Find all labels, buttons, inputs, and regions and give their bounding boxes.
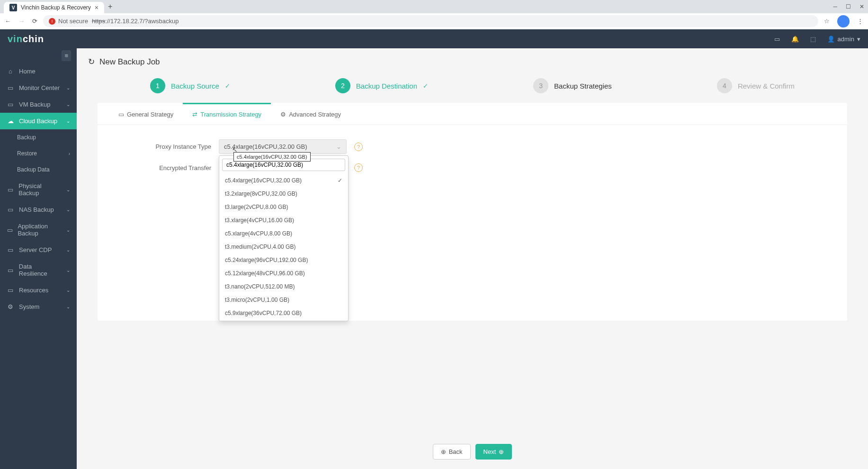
- proxy-type-select[interactable]: c5.4xlarge(16vCPU,32.00 GB) ⌄ c5.4xlarge…: [219, 139, 347, 154]
- screen-icon[interactable]: ⬚: [810, 36, 816, 43]
- info-icon[interactable]: ?: [354, 143, 363, 151]
- chevron-down-icon: ⌄: [66, 207, 70, 212]
- close-tab-icon[interactable]: ×: [95, 4, 98, 11]
- dropdown-option[interactable]: t3.xlarge(4vCPU,16.00 GB): [219, 214, 348, 227]
- tab-transmission[interactable]: ⇄Transmission Strategy: [183, 103, 271, 125]
- sidebar-item-system[interactable]: ⚙System⌄: [0, 298, 77, 315]
- next-arrow-icon: ⊕: [499, 448, 504, 455]
- dropdown-list[interactable]: c5.4xlarge(16vCPU,32.00 GB)✓ t3.2xlarge(…: [219, 174, 348, 321]
- chevron-down-icon: ⌄: [66, 187, 70, 192]
- user-menu[interactable]: 👤 admin ▾: [827, 36, 860, 43]
- new-tab-button[interactable]: +: [108, 2, 112, 11]
- resources-icon: ▭: [7, 287, 14, 294]
- strategy-tabs: ▭General Strategy ⇄Transmission Strategy…: [98, 103, 847, 125]
- dropdown-option[interactable]: c5.large(2vCPU,4.00 GB): [219, 320, 348, 321]
- tab-favicon: V: [9, 4, 17, 11]
- sidebar-item-cloud[interactable]: ☁Cloud Backup⌄: [0, 113, 77, 129]
- step-strategies[interactable]: 3 Backup Strategies: [533, 78, 612, 93]
- sidebar-item-monitor[interactable]: ▭Monitor Center⌄: [0, 80, 77, 96]
- step-review[interactable]: 4 Review & Confirm: [717, 78, 795, 93]
- tab-general[interactable]: ▭General Strategy: [109, 103, 183, 125]
- dropdown-option[interactable]: c5.12xlarge(48vCPU,96.00 GB): [219, 267, 348, 280]
- dropdown-option[interactable]: c5.24xlarge(96vCPU,192.00 GB): [219, 253, 348, 267]
- sidebar-label: Restore: [17, 150, 37, 157]
- sidebar-label: Backup Data: [17, 166, 50, 173]
- menu-icon[interactable]: ⋮: [857, 18, 863, 25]
- dropdown-option[interactable]: t3.nano(2vCPU,512.00 MB): [219, 280, 348, 293]
- check-icon: ✓: [423, 82, 428, 90]
- gear-icon: ⚙: [7, 303, 14, 310]
- star-icon[interactable]: ☆: [824, 18, 830, 25]
- forward-icon[interactable]: →: [18, 18, 25, 25]
- cdp-icon: ▭: [7, 246, 14, 253]
- dropdown-option[interactable]: t3.medium(2vCPU,4.00 GB): [219, 240, 348, 253]
- monitor-icon: ▭: [7, 84, 14, 91]
- chevron-down-icon: ⌄: [66, 247, 70, 253]
- server-icon: ▭: [7, 186, 14, 193]
- sidebar-label: Resources: [19, 287, 48, 294]
- sidebar-label: System: [19, 303, 39, 310]
- sidebar-item-app[interactable]: ▭Application Backup⌄: [0, 218, 77, 242]
- sidebar-toggle[interactable]: ≡: [62, 50, 71, 61]
- sidebar-label: Cloud Backup: [19, 117, 57, 125]
- step-destination[interactable]: 2 Backup Destination ✓: [335, 78, 428, 93]
- strategy-card: ▭General Strategy ⇄Transmission Strategy…: [98, 103, 847, 321]
- address-bar: ← → ⟳ ! Not secure https://172.18.22.7/?…: [0, 13, 868, 29]
- proxy-type-label: Proxy Instance Type: [116, 143, 211, 150]
- chevron-right-icon: ›: [69, 151, 70, 156]
- dropdown-option[interactable]: t3.2xlarge(8vCPU,32.00 GB): [219, 187, 348, 200]
- notes-icon[interactable]: ▭: [774, 36, 780, 43]
- sidebar-item-physical[interactable]: ▭Physical Backup⌄: [0, 178, 77, 201]
- url-input[interactable]: ! Not secure https://172.18.22.7/?awsbac…: [43, 15, 818, 27]
- sidebar-item-resources[interactable]: ▭Resources⌄: [0, 282, 77, 298]
- sidebar-item-resilience[interactable]: ▭Data Resilience⌄: [0, 258, 77, 282]
- profile-avatar[interactable]: [837, 15, 850, 27]
- sidebar-item-nas[interactable]: ▭NAS Backup⌄: [0, 201, 77, 218]
- sidebar-label: Monitor Center: [19, 84, 60, 91]
- transfer-icon: ⇄: [192, 111, 197, 118]
- sidebar-item-backup[interactable]: Backup: [0, 129, 77, 145]
- back-icon[interactable]: ←: [5, 18, 11, 25]
- info-icon[interactable]: ?: [354, 163, 363, 172]
- chevron-down-icon: ⌄: [66, 118, 70, 124]
- next-button[interactable]: Next⊕: [475, 444, 512, 460]
- browser-tab[interactable]: V Vinchin Backup & Recovery ×: [4, 2, 104, 13]
- sidebar-item-home[interactable]: ⌂Home: [0, 63, 77, 80]
- bell-icon[interactable]: 🔔: [791, 36, 799, 43]
- maximize-icon[interactable]: ☐: [846, 3, 851, 10]
- close-window-icon[interactable]: ✕: [859, 3, 864, 10]
- tab-label: Advanced Strategy: [289, 111, 341, 118]
- chevron-down-icon: ▾: [857, 36, 860, 43]
- dropdown-option[interactable]: c5.xlarge(4vCPU,8.00 GB): [219, 227, 348, 240]
- dropdown-option[interactable]: c5.9xlarge(36vCPU,72.00 GB): [219, 307, 348, 320]
- tab-label: Transmission Strategy: [200, 111, 261, 118]
- sidebar-item-cdp[interactable]: ▭Server CDP⌄: [0, 242, 77, 258]
- minimize-icon[interactable]: ─: [833, 3, 837, 10]
- dropdown-option[interactable]: t3.large(2vCPU,8.00 GB): [219, 200, 348, 214]
- step-label: Backup Strategies: [554, 82, 612, 90]
- content-area: ↻ New Backup Job 1 Backup Source ✓ 2 Bac…: [77, 48, 868, 469]
- app-icon: ▭: [7, 226, 13, 234]
- advanced-icon: ⚙: [280, 111, 286, 118]
- proxy-type-dropdown: c5.4xlarge(16vCPU,32.00 GB)✓ t3.2xlarge(…: [219, 155, 349, 321]
- user-name: admin: [838, 36, 854, 43]
- sidebar: ≡ ⌂Home ▭Monitor Center⌄ ▭VM Backup⌄ ☁Cl…: [0, 48, 77, 469]
- step-number: 4: [717, 78, 732, 93]
- back-button[interactable]: ⊕Back: [433, 444, 471, 460]
- dropdown-option[interactable]: t3.micro(2vCPU,1.00 GB): [219, 293, 348, 307]
- dropdown-option[interactable]: c5.4xlarge(16vCPU,32.00 GB)✓: [219, 174, 348, 187]
- browser-tab-bar: V Vinchin Backup & Recovery × + ─ ☐ ✕: [0, 0, 868, 13]
- sidebar-item-vm[interactable]: ▭VM Backup⌄: [0, 96, 77, 113]
- reload-icon[interactable]: ⟳: [32, 18, 37, 25]
- sidebar-item-backup-data[interactable]: Backup Data: [0, 162, 77, 178]
- sidebar-label: Backup: [17, 134, 36, 141]
- logo[interactable]: vinchin: [8, 34, 44, 45]
- tab-advanced[interactable]: ⚙Advanced Strategy: [271, 103, 350, 125]
- chevron-down-icon: ⌄: [66, 288, 70, 293]
- sidebar-item-restore[interactable]: Restore›: [0, 145, 77, 162]
- sidebar-label: Home: [19, 68, 36, 75]
- step-source[interactable]: 1 Backup Source ✓: [150, 78, 230, 93]
- check-icon: ✓: [338, 177, 342, 184]
- home-icon: ⌂: [7, 68, 14, 75]
- back-arrow-icon: ⊕: [441, 448, 446, 455]
